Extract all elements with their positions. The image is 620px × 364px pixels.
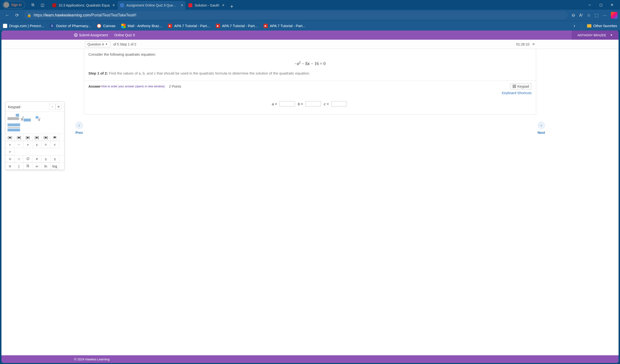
kp-lt[interactable]: < [50, 141, 59, 148]
kp-infinity[interactable]: ∞ [32, 162, 41, 170]
kp-gt[interactable]: > [5, 148, 15, 155]
read-aloud-icon[interactable]: A⁾ [579, 13, 583, 18]
template-exponent[interactable] [8, 114, 19, 122]
quiz-title: Online Quiz 9 [114, 33, 135, 37]
answer-header: Answer How to enter your answer (opens i… [84, 81, 536, 91]
new-tab-button[interactable]: + [227, 3, 236, 10]
template-nth-root[interactable]: √ [36, 114, 50, 122]
b-input[interactable] [305, 101, 321, 106]
bookmark-item[interactable]: ▶APA 7 Tutorial - Part... [264, 24, 305, 28]
kp-neq[interactable]: ≠ [32, 155, 41, 162]
url-field[interactable]: 🔒 https://learn.hawkeslearning.com/Porta… [24, 11, 568, 19]
kp-empty[interactable]: ∅ [23, 155, 32, 162]
close-icon[interactable]: × [181, 3, 183, 8]
bookmark-item[interactable]: Drugs.com | Prescri... [3, 24, 44, 28]
workspaces-icon[interactable]: ⧉ [29, 0, 37, 9]
favicon-icon [97, 24, 101, 28]
bookmark-item[interactable]: Mail - Anthony Braz... [121, 24, 162, 28]
keyboard-shortcuts-link[interactable]: Keyboard Shortcuts [84, 91, 536, 98]
tab-1[interactable]: Assignment Online Quiz 9 Questio × [118, 1, 186, 10]
kp-pi[interactable]: π [5, 162, 15, 170]
bookmark-item[interactable]: SDoctor of Pharmacy... [50, 24, 91, 28]
other-favorites[interactable]: Other favorites [587, 24, 617, 28]
b-label: b = [298, 102, 303, 106]
sidebar-toggle-icon[interactable]: ◫ [38, 0, 47, 9]
prev-nav[interactable]: ‹ Prev [74, 121, 85, 135]
copilot-icon[interactable] [611, 12, 618, 19]
target-icon [74, 33, 78, 37]
kp-equals[interactable]: = [41, 141, 50, 148]
kp-interval-oc[interactable]: (■] [14, 134, 23, 141]
kp-log[interactable]: log [50, 162, 59, 170]
bookmark-item[interactable]: ▶APA 7 Tutorial - Part... [216, 24, 258, 28]
submit-assignment-link[interactable]: Submit Assignment [74, 33, 108, 37]
kp-le[interactable]: ≤ [41, 155, 50, 162]
question-selector[interactable]: Question 4 ▼ [85, 41, 110, 47]
answer-label: Answer [88, 84, 101, 88]
keypad-close-button[interactable]: ✕ [55, 104, 62, 110]
next-nav[interactable]: › Next [536, 121, 547, 135]
favicon-icon [52, 3, 56, 7]
favorite-icon[interactable]: ☆ [587, 13, 591, 18]
bookmark-item[interactable]: ▶APA 7 Tutorial - Part... [168, 24, 210, 28]
bookmarks-overflow-icon[interactable]: › [574, 23, 575, 28]
youtube-icon: ▶ [216, 24, 220, 28]
tab-title: Assignment Online Quiz 9 Questio [126, 3, 178, 7]
more-icon[interactable]: ⋯ [603, 13, 607, 18]
eye-off-icon[interactable]: 👁 [532, 42, 535, 46]
footer: © 2024 Hawkes Learning [1, 355, 619, 363]
answer-help-link[interactable]: How to enter your answer (opens in new w… [101, 85, 165, 88]
lock-icon: 🔒 [27, 13, 31, 17]
tab-title: 10.3 Applications: Quadratic Equa [59, 3, 110, 7]
user-menu[interactable]: ANTHONY BRAZEE ▼ [572, 30, 619, 40]
kp-abs[interactable]: |■| [50, 134, 59, 141]
extensions-icon[interactable]: ⬚ [595, 13, 599, 18]
c-label: c = [324, 102, 329, 106]
kp-brace[interactable]: {■} [41, 134, 50, 141]
maximize-button[interactable]: ▢ [595, 0, 606, 10]
keypad-minimize-button[interactable]: − [49, 104, 55, 110]
back-button[interactable]: ← [2, 10, 12, 20]
keypad-icon [513, 85, 516, 88]
bookmark-item[interactable]: Canvas [97, 24, 116, 28]
avatar-icon [3, 2, 9, 8]
kp-ge[interactable]: ≥ [50, 155, 59, 162]
profile-chip[interactable]: Sign in [2, 1, 25, 9]
kp-plusminus[interactable]: ± [32, 141, 41, 148]
kp-times[interactable]: × [23, 141, 32, 148]
kp-bracket[interactable]: [■] [32, 134, 41, 141]
keypad-titlebar[interactable]: Keypad − ✕ [6, 102, 64, 112]
c-input[interactable] [331, 101, 347, 106]
tab-0[interactable]: 10.3 Applications: Quadratic Equa × [50, 1, 117, 10]
close-window-button[interactable]: ✕ [606, 0, 618, 10]
kp-bar[interactable]: | [14, 162, 23, 170]
close-icon[interactable]: × [113, 3, 115, 8]
refresh-button[interactable]: ⟳ [12, 10, 22, 20]
template-fraction[interactable] [8, 123, 20, 132]
zoom-icon[interactable]: ⊖ [572, 13, 575, 18]
a-input[interactable] [279, 101, 295, 106]
kp-intersect[interactable]: ∩ [14, 155, 23, 162]
chevron-left-icon[interactable]: ‹ [75, 121, 83, 129]
keypad-ops-row: + − × ± = < > [6, 141, 64, 155]
kp-interval-co[interactable]: [■) [23, 134, 32, 141]
template-sqrt[interactable]: √ [21, 114, 34, 122]
keypad-brackets-row: (■) (■] [■) [■] {■} |■| [6, 134, 64, 141]
close-icon[interactable]: × [222, 3, 224, 8]
kp-minus[interactable]: − [14, 141, 23, 148]
step-instruction: Step 1 of 2: Find the values of a, b, an… [88, 71, 532, 75]
favicon-icon [121, 24, 126, 28]
minimize-button[interactable]: ─ [584, 0, 595, 10]
assignment-header: Submit Assignment Online Quiz 9 ANTHONY … [1, 30, 619, 40]
tab-2[interactable]: Solution - Gauth × [186, 1, 227, 10]
kp-paren[interactable]: (■) [5, 134, 15, 141]
equation: −x2 − 8x − 16 = 0 [88, 61, 532, 66]
kp-plus[interactable]: + [5, 141, 15, 148]
points-label: 2 Points [169, 84, 181, 88]
chevron-right-icon[interactable]: › [537, 121, 545, 129]
kp-ln[interactable]: ln [41, 162, 50, 170]
answer-inputs: a = b = c = [84, 98, 536, 114]
kp-reals[interactable]: ℝ [23, 162, 32, 170]
kp-union[interactable]: ∪ [5, 155, 15, 162]
keypad-toggle-button[interactable]: Keypad [510, 83, 532, 90]
